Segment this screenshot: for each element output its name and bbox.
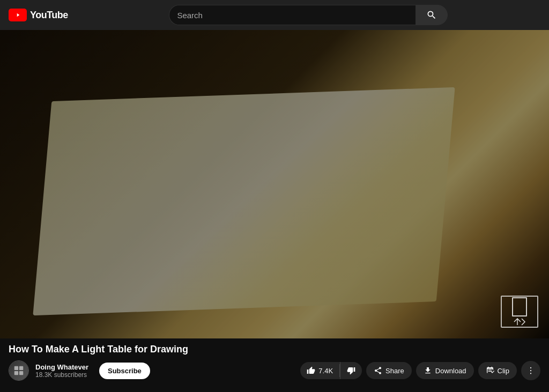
- channel-avatar[interactable]: [9, 360, 29, 381]
- channel-avatar-icon: [13, 365, 25, 376]
- channel-subscribers: 18.3K subscribers: [35, 371, 88, 379]
- search-container: [77, 5, 540, 25]
- clip-button[interactable]: Clip: [478, 362, 517, 379]
- channel-row: Doing Whatever 18.3K subscribers Subscri…: [9, 360, 540, 381]
- watermark-rect: [512, 297, 527, 316]
- like-button[interactable]: 7.4K: [300, 362, 339, 379]
- download-label: Download: [435, 367, 466, 375]
- svg-marker-0: [17, 13, 20, 17]
- thumbs-up-icon: [307, 366, 315, 375]
- svg-rect-4: [14, 371, 18, 375]
- youtube-wordmark: YouTube: [30, 10, 68, 21]
- clip-label: Clip: [498, 367, 509, 375]
- svg-rect-3: [19, 366, 23, 370]
- search-button[interactable]: [416, 5, 448, 25]
- svg-point-6: [530, 367, 531, 368]
- download-icon: [424, 366, 432, 375]
- dark-overlay: [0, 30, 549, 338]
- like-count: 7.4K: [318, 367, 333, 375]
- watermark-logo: [512, 318, 527, 326]
- channel-info: Doing Whatever 18.3K subscribers: [35, 363, 88, 379]
- share-button[interactable]: Share: [366, 362, 412, 379]
- clip-icon: [486, 366, 494, 375]
- subscribe-button[interactable]: Subscribe: [99, 363, 150, 379]
- channel-watermark: [501, 296, 538, 328]
- search-bar: [169, 5, 448, 25]
- video-player[interactable]: [0, 30, 549, 338]
- more-icon: [526, 366, 536, 375]
- svg-rect-5: [19, 371, 23, 375]
- video-title: How To Make A Light Table for Drawing: [9, 344, 540, 355]
- video-thumbnail: [0, 30, 549, 338]
- svg-point-7: [530, 370, 531, 371]
- search-input[interactable]: [169, 5, 416, 25]
- share-label: Share: [385, 367, 404, 375]
- svg-point-8: [530, 373, 531, 374]
- youtube-logo[interactable]: YouTube: [9, 9, 68, 21]
- actions-row: 7.4K Share: [300, 361, 540, 380]
- thumbs-down-icon: [347, 366, 355, 375]
- like-dislike-group: 7.4K: [300, 362, 362, 379]
- share-icon: [374, 366, 382, 375]
- header: YouTube: [0, 0, 549, 30]
- download-button[interactable]: Download: [416, 362, 474, 379]
- channel-name[interactable]: Doing Whatever: [35, 363, 88, 371]
- more-options-button[interactable]: [521, 361, 540, 380]
- info-section: How To Make A Light Table for Drawing Do…: [0, 338, 549, 381]
- search-icon: [426, 10, 437, 20]
- youtube-logo-icon: [9, 9, 27, 21]
- svg-rect-2: [14, 366, 18, 370]
- dislike-button[interactable]: [340, 362, 362, 379]
